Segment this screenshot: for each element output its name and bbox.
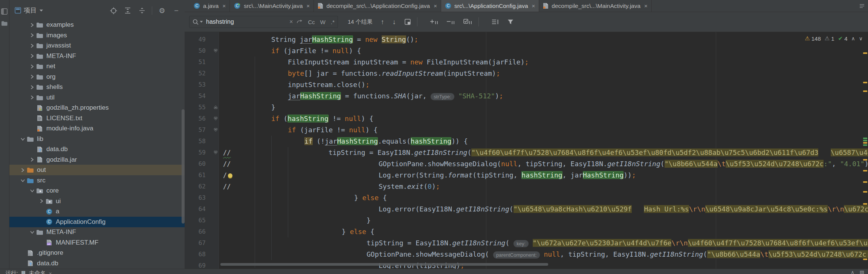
tree-item-net[interactable]: net (9, 61, 185, 72)
tree-item-data.db[interactable]: ?data.db (9, 144, 185, 155)
intention-bulb-icon[interactable] (228, 173, 232, 178)
chevron-down-icon[interactable] (29, 187, 35, 194)
expand-all-icon[interactable] (123, 6, 132, 15)
close-tab-icon[interactable]: × (532, 3, 535, 9)
add-occurrence-icon[interactable] (430, 19, 439, 25)
close-tab-icon[interactable]: × (307, 3, 310, 9)
fold-marker-icon[interactable] (213, 116, 218, 121)
close-tab-icon[interactable]: × (434, 3, 437, 9)
tree-item-.gitignore[interactable]: .gitignore (9, 248, 185, 258)
tree-item-src[interactable]: src (9, 175, 185, 186)
search-history-icon[interactable] (296, 19, 303, 24)
filter-funnel-icon[interactable] (507, 19, 513, 25)
tree-item-examples[interactable]: examples (9, 20, 185, 30)
filter-lines-icon[interactable] (492, 19, 499, 25)
chevron-right-icon[interactable] (29, 94, 35, 101)
editor-tab[interactable]: Ca.java× (190, 0, 230, 12)
tree-item-module-info.java[interactable]: module-info.java (9, 123, 185, 134)
editor-tab[interactable]: Csrc\...\MainActivity.java× (230, 0, 314, 12)
chevron-right-icon[interactable] (29, 156, 35, 163)
tree-item-ui[interactable]: ui (9, 196, 185, 207)
tree-item-a[interactable]: Ca (9, 206, 185, 217)
inspections-widget[interactable]: ⚠148 ⚠1 ✔4 ∧ ∨ (805, 35, 863, 42)
editor-tab[interactable]: decompile_src\...\ApplicationConfig.java… (314, 0, 441, 12)
chevron-right-icon[interactable] (29, 73, 35, 80)
search-input[interactable]: hashstring × Cc W .* (189, 16, 338, 28)
tree-item-shells[interactable]: shells (9, 82, 185, 92)
next-match-icon[interactable]: ↓ (393, 18, 396, 26)
code-line-66[interactable]: 66} else { (185, 226, 868, 237)
code-line-64[interactable]: 64Log.error(EasyI18N.getI18nString("\u65… (185, 204, 868, 215)
close-tab-icon[interactable]: × (644, 3, 648, 9)
tree-item-org[interactable]: org (9, 72, 185, 82)
chevron-down-icon[interactable] (39, 9, 43, 12)
tree-item-LICENSE.txt[interactable]: LICENSE.txt (9, 113, 185, 124)
code-line-57[interactable]: 57if (jarFile != null) { (185, 124, 868, 136)
chevron-down-icon[interactable] (29, 229, 35, 236)
code-line-68[interactable]: 68GOptionPane.showMessageDialog( parentC… (185, 249, 868, 260)
commander-stripe-icon[interactable] (1, 21, 8, 26)
tree-item-images[interactable]: images (9, 30, 185, 41)
tree-scrollbar[interactable] (182, 109, 185, 223)
next-problem-icon[interactable]: ∨ (859, 35, 863, 41)
run-tab-label[interactable]: 未命名 (29, 270, 46, 274)
tree-item-out[interactable]: out (9, 165, 185, 175)
layout-icon[interactable]: ▤ (860, 269, 864, 274)
tree-item-godzilla.jar[interactable]: godzilla.jar (9, 155, 185, 165)
search-options-caret-icon[interactable] (200, 21, 203, 23)
horizontal-scrollbar[interactable] (220, 263, 548, 266)
chevron-right-icon[interactable] (29, 32, 35, 39)
fold-marker-icon[interactable] (213, 127, 218, 132)
project-panel-title[interactable]: 项目 (24, 6, 37, 15)
select-all-occurrences-icon[interactable] (463, 19, 472, 25)
code-line-54[interactable]: 54jarHashString = functions.SHA(jar, str… (185, 90, 868, 102)
code-line-56[interactable]: 56if (hashString != null) { (185, 113, 868, 124)
code-line-59[interactable]: 59//tipString = EasyI18N.getI18nString("… (185, 147, 868, 158)
tab-list-icon[interactable] (859, 3, 865, 9)
tree-item-META-INF[interactable]: META-INF (9, 227, 185, 237)
code-line-58[interactable]: 58if (!jarHashString.equals(hashString))… (185, 136, 868, 147)
code-line-67[interactable]: 67tipString = EasyI18N.getI18nString( ke… (185, 237, 868, 249)
collapse-all-icon[interactable] (138, 6, 147, 15)
chevron-right-icon[interactable] (19, 167, 26, 173)
code-line-61[interactable]: 61/Log.error(String.format(tipString, ha… (185, 170, 868, 181)
tree-item-core[interactable]: core (9, 185, 185, 196)
tree-item-META-INF[interactable]: META-INF (9, 51, 185, 61)
code-line-50[interactable]: 50if (jarFile != null) { (185, 45, 868, 57)
project-stripe-icon[interactable] (1, 8, 8, 15)
match-case-toggle[interactable]: Cc (308, 19, 315, 25)
code-line-53[interactable]: 53inputStream.close(); (185, 79, 868, 90)
code-line-52[interactable]: 52byte[] jar = functions.readInputStream… (185, 68, 868, 79)
tree-item-util[interactable]: util (9, 92, 185, 103)
locate-file-icon[interactable] (109, 6, 118, 15)
tree-item-MANIFEST.MF[interactable]: MFMANIFEST.MF (9, 237, 185, 248)
chevron-right-icon[interactable] (29, 84, 35, 90)
code-editor[interactable]: 49String jarHashString = new String();50… (185, 32, 868, 269)
prev-problem-icon[interactable]: ∧ (851, 35, 855, 41)
words-toggle[interactable]: W (320, 19, 326, 25)
fold-marker-icon[interactable] (213, 150, 218, 155)
fold-marker-icon[interactable] (213, 105, 218, 110)
settings-gear-icon[interactable]: ⚙ (157, 6, 167, 15)
search-query-text[interactable]: hashstring (206, 18, 286, 25)
fold-marker-icon[interactable] (213, 48, 218, 53)
search-in-selection-icon[interactable] (404, 18, 411, 25)
editor-tab-active[interactable]: Csrc\...\ApplicationConfig.java× (441, 0, 539, 12)
editor-tab[interactable]: decompile_src\...\MainActivity.java× (539, 0, 652, 12)
code-line-49[interactable]: 49String jarHashString = new String(); (185, 34, 868, 45)
tree-item-ApplicationConfig[interactable]: CApplicationConfig (9, 217, 185, 227)
code-line-51[interactable]: 51FileInputStream inputStream = new File… (185, 57, 868, 68)
code-line-60[interactable]: 60//GOptionPane.showMessageDialog(null, … (185, 158, 868, 170)
code-line-55[interactable]: 55} (185, 102, 868, 113)
chevron-right-icon[interactable] (38, 198, 45, 205)
close-tab-icon[interactable]: × (222, 3, 226, 9)
remove-occurrence-icon[interactable] (447, 19, 455, 25)
tree-item-lib[interactable]: lib (9, 134, 185, 144)
chevron-down-icon[interactable] (19, 136, 26, 142)
tree-item-godzilla_zh.properties[interactable]: godzilla_zh.properties (9, 103, 185, 113)
clear-search-icon[interactable]: × (289, 18, 293, 25)
chevron-down-icon[interactable] (19, 177, 26, 184)
code-line-65[interactable]: 65} (185, 215, 868, 226)
code-line-62[interactable]: 62//System.exit(0); (185, 181, 868, 192)
chevron-right-icon[interactable] (29, 63, 35, 70)
